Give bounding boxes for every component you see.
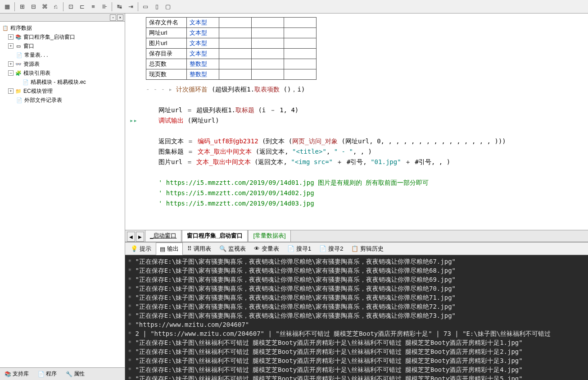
bottom-tabs: 💡提示 ▤输出 ⠿调用表 🔍监视表 👁变量表 📄搜寻1 📄搜寻2 📋剪辑历史 [125,243,588,255]
tab-calltable[interactable]: ⠿调用表 [184,243,215,255]
code-tab-windowset[interactable]: 窗口程序集_启动窗口 [182,229,248,242]
tree-item-ec-module[interactable]: + 📁 EC模块管理 [2,87,123,96]
tree-item-const[interactable]: 📄 常量表. . . [2,50,123,60]
output-line: *"正在保存E:\妹子图\家有骚妻陶喜乐，夜夜销魂让你弹尽粮绝\家有骚妻陶喜乐，… [128,284,585,293]
code-tab-const[interactable]: [常量数据表] [248,229,290,242]
expand-icon[interactable]: + [8,88,14,94]
output-line: *"正在保存E:\妹子图\丝袜福利不可错过 腿模芝芝Booty酒店开房精彩十足\… [128,338,585,347]
output-line: *"正在保存E:\妹子图\家有骚妻陶喜乐，夜夜销魂让你弹尽粮绝\家有骚妻陶喜乐，… [128,311,585,320]
doc-icon: 📄 [16,97,23,103]
left-panel-tabs: 📚 支持库 📄 程序 🔧 属性 [0,367,125,380]
property-icon: 🔧 [66,371,72,377]
tab-search1[interactable]: 📄搜寻1 [284,243,315,255]
tree-label: 窗口 [23,42,34,50]
left-panel-dock-icon[interactable]: ▫ [110,14,116,21]
tab-hint[interactable]: 💡提示 [127,243,155,255]
search-icon: 🔍 [219,245,226,252]
tree-root-icon: 📋 [2,25,9,31]
doc-icon: 📄 [319,245,326,252]
window-icon: ▭ [15,43,22,49]
code-tab-startwindow[interactable]: _启动窗口 [145,229,181,242]
var-row[interactable]: 网址url文本型 [146,28,317,38]
tb-btn-11[interactable]: ⇥ [125,2,136,12]
code-editor-tabs: ◀ ▶ _启动窗口 窗口程序集_启动窗口 [常量数据表] [125,230,588,242]
tb-btn-9[interactable]: ⊪ [99,2,110,12]
var-row[interactable]: 图片url文本型 [146,38,317,49]
tb-btn-2[interactable]: ⊞ [17,2,27,12]
tb-btn-14[interactable]: ▢ [163,2,173,12]
tb-btn-12[interactable]: ▭ [140,2,151,12]
jigsaw-icon: 🧩 [15,70,22,76]
tree-label: 外部文件记录表 [24,96,62,104]
tab-nav-next-icon[interactable]: ▶ [136,232,144,242]
code-editor[interactable]: 保存文件名文本型网址url文本型图片url文本型保存目录文本型总页数整数型现页数… [125,14,588,230]
tree-item-window-set[interactable]: + 📚 窗口程序集_启动窗口 [2,32,123,41]
tab-watch[interactable]: 🔍监视表 [216,243,249,255]
book-icon: 📚 [15,34,22,40]
tb-btn-3[interactable]: ⊟ [28,2,39,12]
tab-property[interactable]: 🔧 属性 [63,369,87,379]
book-icon: 📚 [5,371,11,377]
left-panel: ▫ × 📋 程序数据 + 📚 窗口程序集_启动窗口 + ▭ 窗口 📄 常量表. … [0,14,125,380]
var-row[interactable]: 保存目录文本型 [146,49,317,59]
tree-root[interactable]: 📋 程序数据 [2,23,123,32]
output-line: *"正在保存E:\妹子图\丝袜福利不可错过 腿模芝芝Booty酒店开房精彩十足\… [128,347,585,356]
tab-nav-prev-icon[interactable]: ◀ [127,232,135,242]
lightbulb-icon: 💡 [131,245,138,252]
tree-label: 窗口程序集_启动窗口 [23,33,75,41]
tree-label: 模块引用表 [23,69,50,77]
tb-btn-6[interactable]: ⊡ [65,2,76,12]
tb-btn-1[interactable]: ▦ [2,2,13,12]
tree-item-window[interactable]: + ▭ 窗口 [2,41,123,50]
tb-btn-5[interactable]: ⎌ [50,2,61,12]
tree-item-external-file[interactable]: 📄 外部文件记录表 [2,96,123,105]
var-row[interactable]: 保存文件名文本型 [146,18,317,28]
tree-label: 资源表 [23,60,40,68]
doc-icon: 📄 [287,245,294,252]
breakpoint-marker-icon[interactable]: ▸▸ [130,115,137,126]
output-line: *"正在保存E:\妹子图\家有骚妻陶喜乐，夜夜销魂让你弹尽粮绝\家有骚妻陶喜乐，… [128,293,585,302]
output-line: *"正在保存E:\妹子图\丝袜福利不可错过 腿模芝芝Booty酒店开房精彩十足\… [128,365,585,374]
expand-icon[interactable]: + [8,61,14,67]
output-line: *"正在保存E:\妹子图\家有骚妻陶喜乐，夜夜销魂让你弹尽粮绝\家有骚妻陶喜乐，… [128,266,585,275]
doc-icon: 📄 [38,371,45,377]
tab-support-lib[interactable]: 📚 支持库 [2,369,32,379]
right-panel: 保存文件名文本型网址url文本型图片url文本型保存目录文本型总页数整数型现页数… [125,14,588,380]
tree-item-module-ref[interactable]: − 🧩 模块引用表 [2,69,123,78]
var-row[interactable]: 现页数整数型 [146,69,317,80]
tb-btn-7[interactable]: ⊏ [77,2,87,12]
tb-btn-4[interactable]: ⌘ [39,2,50,12]
left-panel-close-icon[interactable]: × [117,14,123,21]
tree-label: 精易模块 - 精易模块.ec [31,78,86,86]
main-toolbar: ▦ ⊞ ⊟ ⌘ ⎌ ⊡ ⊏ ≡ ⊪ ↹ ⇥ ▭ ▯ ▢ [0,0,588,14]
expand-icon[interactable]: + [8,34,14,40]
tree-item-resource[interactable]: + 👓 资源表 [2,60,123,69]
bottom-panel: 💡提示 ▤输出 ⠿调用表 🔍监视表 👁变量表 📄搜寻1 📄搜寻2 📋剪辑历史 *… [125,242,588,380]
tab-output[interactable]: ▤输出 [156,243,183,255]
tree-label: EC模块管理 [23,87,53,95]
variable-table[interactable]: 保存文件名文本型网址url文本型图片url文本型保存目录文本型总页数整数型现页数… [146,17,317,80]
page-icon: 📄 [16,52,23,58]
output-line: *"正在保存E:\妹子图\丝袜福利不可错过 腿模芝芝Booty酒店开房精彩十足\… [128,374,585,380]
var-icon: 👁 [254,245,260,252]
tb-btn-8[interactable]: ≡ [88,2,99,12]
tab-program[interactable]: 📄 程序 [35,369,59,379]
doc-icon: 📄 [22,79,29,85]
tree-item-jingyi-module[interactable]: 📄 精易模块 - 精易模块.ec [2,78,123,87]
clip-icon: 📋 [351,245,358,252]
output-icon: ▤ [160,246,165,252]
output-line: *"正在保存E:\妹子图\家有骚妻陶喜乐，夜夜销魂让你弹尽粮绝\家有骚妻陶喜乐，… [128,257,585,266]
collapse-icon[interactable]: − [8,70,14,76]
var-row[interactable]: 总页数整数型 [146,59,317,69]
tb-btn-10[interactable]: ↹ [114,2,125,12]
glasses-icon: 👓 [15,61,22,67]
output-line: *"正在保存E:\妹子图\丝袜福利不可错过 腿模芝芝Booty酒店开房精彩十足\… [128,356,585,365]
project-tree[interactable]: 📋 程序数据 + 📚 窗口程序集_启动窗口 + ▭ 窗口 📄 常量表. . . … [0,22,125,367]
left-panel-header: ▫ × [0,14,125,22]
output-console[interactable]: *"正在保存E:\妹子图\家有骚妻陶喜乐，夜夜销魂让你弹尽粮绝\家有骚妻陶喜乐，… [125,255,588,380]
tab-vars[interactable]: 👁变量表 [250,243,283,255]
tab-clipboard[interactable]: 📋剪辑历史 [348,243,387,255]
expand-icon[interactable]: + [8,43,14,49]
tab-search2[interactable]: 📄搜寻2 [316,243,347,255]
tb-btn-13[interactable]: ▯ [151,2,162,12]
